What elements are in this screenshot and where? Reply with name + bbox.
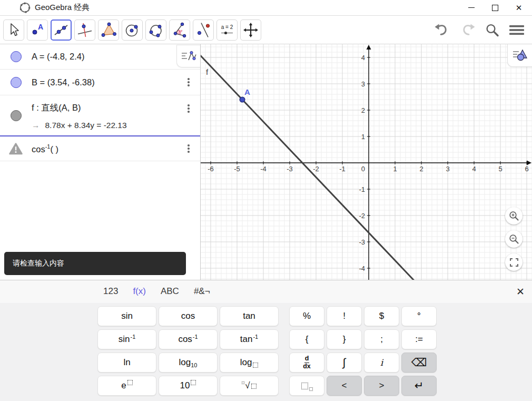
key-atan[interactable]: tan-1 — [220, 329, 279, 349]
key-brace-close[interactable]: } — [327, 329, 362, 349]
svg-text:3: 3 — [446, 165, 449, 173]
tool-point[interactable]: A — [27, 19, 48, 41]
toast-text: 请检查输入内容 — [13, 259, 64, 268]
redo-button[interactable] — [458, 21, 476, 39]
fullscreen-icon — [509, 257, 519, 268]
svg-text:4: 4 — [472, 165, 476, 173]
perpendicular-line-icon — [76, 22, 93, 38]
zoom-in-button[interactable] — [505, 207, 523, 224]
tool-move[interactable] — [3, 19, 24, 41]
svg-text:3: 3 — [361, 80, 365, 88]
key-semicolon[interactable]: ; — [364, 329, 399, 349]
key-ln[interactable]: ln — [97, 353, 156, 373]
key-acos[interactable]: cos-1 — [159, 329, 218, 349]
algebra-row-f[interactable]: f : 直线(A, B) →8.78x + 8.34y = -22.13 — [0, 95, 200, 135]
svg-text:0: 0 — [361, 165, 365, 173]
tool-angle[interactable]: α — [169, 19, 190, 41]
key-cos[interactable]: cos — [159, 306, 218, 326]
tool-reflect-about-line[interactable] — [193, 19, 214, 41]
tool-circle-center-point[interactable] — [122, 19, 143, 41]
redo-icon — [458, 23, 476, 37]
close-button[interactable]: ✕ — [515, 4, 523, 12]
keyboard-tab-ABC[interactable]: ABC — [161, 286, 179, 297]
key-sin[interactable]: sin — [97, 306, 156, 326]
keyboard-symbol-keys: %!$°{};:=ddx∫i⌫<>↵ — [289, 306, 437, 396]
point-A[interactable] — [240, 97, 245, 102]
zoom-out-button[interactable] — [505, 230, 523, 248]
algebra-row-equation: →8.78x + 8.34y = -22.13 — [32, 121, 127, 130]
key-enter[interactable]: ↵ — [401, 376, 437, 396]
conic-icon — [147, 22, 164, 38]
key-cursor-right[interactable]: > — [364, 376, 399, 396]
maximize-button[interactable] — [491, 4, 499, 12]
key-degree[interactable]: ° — [401, 306, 437, 326]
key-asin[interactable]: sin-1 — [97, 329, 156, 349]
algebra-view: A = (-4.8, 2.4) B = (3.54, -6.38) f : — [0, 44, 201, 280]
keyboard-tab-f(x)[interactable]: f(x) — [133, 286, 146, 297]
key-log-base[interactable]: log — [220, 353, 279, 373]
visibility-marble[interactable] — [11, 51, 22, 62]
algebra-row-input[interactable]: cos-1( ) — [0, 135, 200, 161]
tool-polygon[interactable] — [98, 19, 119, 41]
menu-button[interactable] — [508, 21, 526, 39]
tool-slider[interactable]: a = 2 — [216, 19, 238, 41]
fullscreen-button[interactable] — [505, 253, 523, 271]
row-menu-button[interactable] — [186, 103, 191, 114]
angle-icon: α — [171, 22, 188, 38]
svg-text:5: 5 — [498, 165, 502, 173]
svg-text:a = 2: a = 2 — [221, 24, 233, 30]
undo-button[interactable] — [434, 21, 451, 39]
visibility-marble[interactable] — [11, 77, 22, 88]
keyboard-tab-#&¬[interactable]: #&¬ — [194, 286, 210, 297]
row-menu-button[interactable] — [186, 76, 191, 88]
error-toast: 请检查输入内容 — [4, 252, 186, 275]
keyboard-tab-123[interactable]: 123 — [103, 286, 118, 297]
tool-move-graphics-view[interactable] — [240, 19, 261, 41]
row-menu-button[interactable] — [186, 143, 191, 154]
key-backspace[interactable]: ⌫ — [401, 353, 437, 373]
algebra-row-B[interactable]: B = (3.54, -6.38) — [0, 70, 200, 95]
algebra-style-button[interactable] — [176, 45, 200, 67]
svg-text:-2: -2 — [313, 165, 319, 173]
key-%[interactable]: % — [289, 306, 324, 326]
line-f[interactable] — [201, 44, 532, 280]
key-e-power[interactable]: e — [97, 376, 156, 396]
algebra-row-text: A = (-4.8, 2.4) — [32, 52, 84, 62]
tool-line-through-two-points[interactable] — [51, 19, 72, 41]
geogebra-logo-icon — [19, 2, 31, 13]
minimize-button[interactable] — [468, 4, 475, 12]
polygon-icon — [100, 22, 117, 38]
search-button[interactable] — [483, 21, 501, 39]
key-assign[interactable]: := — [401, 329, 437, 349]
key-subscript[interactable] — [289, 376, 324, 396]
algebra-style-icon — [181, 50, 196, 63]
key-integral[interactable]: ∫ — [327, 353, 362, 373]
algebra-row-A[interactable]: A = (-4.8, 2.4) — [0, 44, 200, 70]
tool-perpendicular-line[interactable] — [74, 19, 95, 41]
graphics-style-button[interactable] — [507, 44, 532, 67]
close-icon: ✕ — [516, 4, 523, 12]
point-A-label: A — [244, 87, 250, 96]
graphics-style-icon — [512, 48, 528, 62]
svg-text:-3: -3 — [359, 238, 365, 246]
key-brace-open[interactable]: { — [289, 329, 324, 349]
keyboard-close-button[interactable]: ✕ — [516, 280, 525, 303]
key-tan[interactable]: tan — [220, 306, 279, 326]
key-derivative[interactable]: ddx — [289, 353, 324, 373]
svg-text:6: 6 — [525, 165, 528, 173]
key-imaginary-unit[interactable]: i — [364, 353, 399, 373]
key-cursor-left[interactable]: < — [327, 376, 362, 396]
graphics-view[interactable]: -6-5-4-3-2-11234564321-1-2-3-40fA — [201, 44, 532, 280]
zoom-out-icon — [508, 233, 520, 245]
undo-icon — [434, 23, 451, 37]
key-ten-power[interactable]: 10 — [159, 376, 218, 396]
key-![interactable]: ! — [327, 306, 362, 326]
visibility-marble[interactable] — [11, 110, 22, 121]
svg-text:4: 4 — [361, 54, 365, 62]
algebra-row-text: f : 直线(A, B) — [32, 102, 127, 114]
key-$[interactable]: $ — [364, 306, 399, 326]
tool-conic-through-points[interactable] — [145, 19, 166, 41]
svg-text:A: A — [38, 23, 43, 31]
key-log10[interactable]: log10 — [159, 353, 218, 373]
key-nth-root[interactable]: √ — [220, 376, 279, 396]
